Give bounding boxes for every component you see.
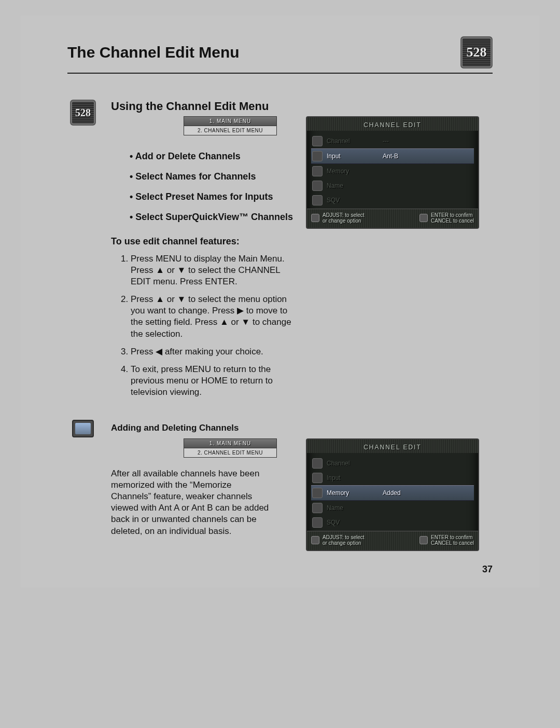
section2-right: CHANNEL EDIT Channel Input [306,438,493,551]
tv-icon [72,420,94,437]
channel-icon [312,458,323,469]
adjust-icon [311,536,319,544]
osd-footer-left-top: ADJUST: to select [323,212,365,218]
breadcrumb-pill: 1. MAIN MENU 2. CHANNEL EDIT MENU [184,116,277,135]
osd-footer-right-text: ENTER to confirm CANCEL to cancel [431,534,474,546]
input-icon [312,473,323,483]
step-3: Press ◀ after making your choice. [131,346,296,358]
osd-footer-right-bottom: CANCEL to cancel [431,218,474,224]
section-using-channel-edit: 528 Using the Channel Edit Menu 1. MAIN … [67,100,493,404]
osd-row-memory: Memory [311,164,474,178]
osd-row-value: Ant-B [383,153,473,160]
osd-row-name: Name [311,178,474,193]
osd-footer-right-top: ENTER to confirm [431,534,473,540]
channel-icon [312,136,323,146]
osd-footer-left-bottom: or change option [323,218,361,224]
osd-row-channel: Channel --- [311,134,474,148]
osd-row-input: Input Ant-B [311,148,474,164]
osd-row-value: Added [383,489,473,497]
osd-row-input: Input [311,471,474,485]
osd-row-label: Name [327,504,379,512]
breadcrumb-line2: 2. CHANNEL EDIT MENU [184,448,277,458]
name-icon [312,503,323,513]
chip-label: 528 [75,107,91,119]
sqv-icon [312,195,323,205]
step-4: To exit, press MENU to return to the pre… [131,364,296,398]
section2-left: 1. MAIN MENU 2. CHANNEL EDIT MENU After … [111,438,296,537]
osd-footer-left: ADJUST: to select or change option [311,534,365,546]
section2-paragraph: After all available channels have been m… [111,468,272,537]
osd-title: CHANNEL EDIT [307,439,478,453]
breadcrumb-line2: 2. CHANNEL EDIT MENU [184,126,277,135]
osd-row-name: Name [311,501,474,515]
adjust-icon [311,214,319,222]
osd-footer-right: ENTER to confirm CANCEL to cancel [419,212,474,224]
bullet-2: Select Names for Channels [130,171,296,182]
chip-icon-large: 528 [460,36,493,68]
osd-footer-left: ADJUST: to select or change option [311,212,365,224]
breadcrumb-line1: 1. MAIN MENU [184,438,277,448]
osd-footer-right: ENTER to confirm CANCEL to cancel [419,534,474,546]
section1-left: 1. MAIN MENU 2. CHANNEL EDIT MENU Add or… [111,116,296,404]
bullet-3: Select Preset Names for Inputs [130,191,296,202]
step-2: Press ▲ or ▼ to select the menu option y… [131,294,296,339]
osd-row-label: Memory [327,168,379,175]
section1-grid: 1. MAIN MENU 2. CHANNEL EDIT MENU Add or… [111,116,493,404]
osd-row-label: Channel [327,138,379,145]
chip-icon-small: 528 [70,100,96,126]
section-body: Using the Channel Edit Menu 1. MAIN MENU… [111,100,493,404]
subsection-heading: Adding and Deleting Channels [111,423,493,433]
section-body: Adding and Deleting Channels 1. MAIN MEN… [111,420,493,551]
osd-rows: Channel Input Memory Add [307,453,478,531]
osd-footer-right-top: ENTER to confirm [431,212,473,218]
breadcrumb-pill: 1. MAIN MENU 2. CHANNEL EDIT MENU [184,438,277,458]
osd-row-label: Memory [327,489,379,497]
feature-bullets: Add or Delete Channels Select Names for … [130,151,296,223]
osd-screenshot-2: CHANNEL EDIT Channel Input [306,438,479,551]
osd-row-label: Channel [327,460,379,467]
page-title: The Channel Edit Menu [67,44,240,61]
sqv-icon [312,517,323,528]
osd-footer-right-text: ENTER to confirm CANCEL to cancel [431,212,474,224]
osd-footer: ADJUST: to select or change option ENTER… [307,531,478,550]
bullet-4: Select SuperQuickView™ Channels [130,212,296,223]
osd-row-label: Input [327,153,379,160]
osd-footer: ADJUST: to select or change option ENTER… [307,209,478,228]
document-page: The Channel Edit Menu 528 528 Using the … [21,16,539,587]
osd-row-label: Input [327,474,379,482]
osd-footer-left-text: ADJUST: to select or change option [323,212,365,224]
section1-right: CHANNEL EDIT Channel --- Input Ant-B [306,116,493,229]
section-icon-column: 528 [67,100,99,126]
section-heading: Using the Channel Edit Menu [111,100,493,113]
section2-grid: 1. MAIN MENU 2. CHANNEL EDIT MENU After … [111,438,493,551]
section-adding-deleting: Adding and Deleting Channels 1. MAIN MEN… [67,420,493,551]
osd-footer-left-top: ADJUST: to select [323,534,365,540]
osd-row-channel: Channel [311,456,474,471]
osd-row-label: SQV [327,197,379,204]
name-icon [312,181,323,191]
howto-title: To use edit channel features: [111,236,296,247]
breadcrumb-line1: 1. MAIN MENU [184,116,277,126]
page-number: 37 [482,564,493,575]
input-icon [312,151,323,161]
page-header: The Channel Edit Menu 528 [67,36,493,74]
memory-icon [312,488,323,498]
osd-row-sqv: SQV [311,193,474,208]
enter-icon [419,536,428,544]
osd-footer-left-bottom: or change option [323,540,361,546]
osd-row-sqv: SQV [311,515,474,530]
osd-rows: Channel --- Input Ant-B Memory [307,131,478,209]
howto-steps: Press MENU to display the Main Menu. Pre… [121,253,296,398]
enter-icon [419,214,428,222]
bullet-1: Add or Delete Channels [130,151,296,162]
chip-label: 528 [467,45,487,60]
osd-title: CHANNEL EDIT [307,117,478,131]
osd-row-value: --- [383,138,473,145]
section-icon-column [67,420,99,437]
step-1: Press MENU to display the Main Menu. Pre… [131,253,296,287]
osd-row-memory: Memory Added [311,485,474,501]
osd-screenshot-1: CHANNEL EDIT Channel --- Input Ant-B [306,116,479,229]
memory-icon [312,166,323,176]
osd-footer-right-bottom: CANCEL to cancel [431,540,474,546]
osd-row-label: SQV [327,519,379,526]
